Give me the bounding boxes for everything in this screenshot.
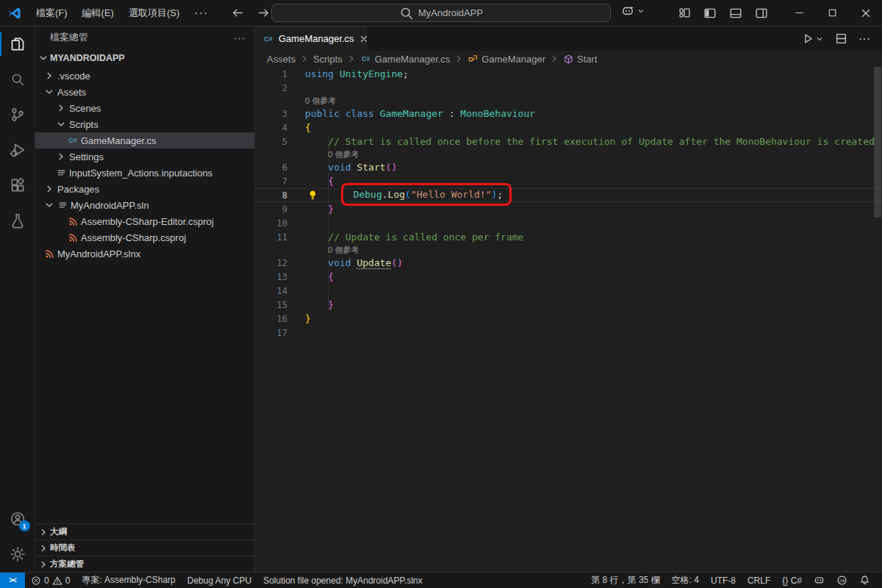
menu-item-1[interactable]: 編輯(E): [75, 0, 121, 26]
code-line-12[interactable]: 12 void Update(): [255, 256, 882, 270]
breadcrumb-item-0[interactable]: Assets: [267, 54, 295, 65]
minimize-button[interactable]: [783, 0, 816, 26]
breadcrumb-item-1[interactable]: Scripts: [313, 54, 343, 65]
status-csharp-status[interactable]: C#: [831, 573, 853, 588]
tree-item-myandroidapp-slnx[interactable]: MyAndroidAPP.slnx: [35, 245, 254, 262]
editor-more-button[interactable]: ···: [858, 32, 870, 46]
tree-item-packages[interactable]: Packages: [35, 181, 254, 197]
line-number[interactable]: 11: [255, 231, 287, 245]
activity-search[interactable]: [0, 62, 35, 97]
line-number[interactable]: 17: [255, 326, 287, 340]
status-cursor-position[interactable]: 第 8 行，第 35 欄: [585, 573, 665, 588]
sidebar-section-0[interactable]: 大綱: [35, 523, 254, 539]
activity-explorer[interactable]: [0, 26, 35, 62]
sidebar-section-2[interactable]: 方案總管: [35, 556, 254, 572]
code-line-14[interactable]: 14: [255, 284, 882, 298]
line-number[interactable]: 8: [255, 189, 287, 203]
status-language-mode[interactable]: {} C#: [776, 573, 808, 588]
tab-close-icon[interactable]: [359, 34, 369, 44]
menu-item-0[interactable]: 檔案(F): [29, 0, 75, 26]
workspace-root-row[interactable]: MYANDROIDAPP: [35, 49, 254, 68]
maximize-button[interactable]: [816, 0, 849, 26]
code-line-5[interactable]: 5 // Start is called once before the fir…: [255, 135, 882, 148]
activity-run-debug[interactable]: [0, 132, 35, 168]
back-arrow-icon[interactable]: [232, 7, 244, 19]
close-window-button[interactable]: [849, 0, 882, 26]
code-line-1[interactable]: 1using UnityEngine;: [255, 67, 882, 81]
status-solution-status[interactable]: Solution file opened: MyAndroidAPP.slnx: [257, 573, 429, 588]
search-command-center[interactable]: MyAndroidAPP: [271, 4, 611, 22]
code-line-16[interactable]: 16}: [255, 312, 882, 326]
line-number[interactable]: 9: [255, 203, 287, 217]
code-line-6[interactable]: 6 void Start(): [255, 160, 882, 174]
code-line-11[interactable]: 11 // Update is called once per frame: [255, 230, 882, 244]
line-number[interactable]: 10: [255, 217, 287, 231]
line-number[interactable]: 6: [255, 161, 287, 175]
activity-settings[interactable]: [0, 537, 35, 572]
status-problems[interactable]: 00: [25, 573, 76, 588]
code-line-4[interactable]: 4{: [255, 121, 882, 135]
status-eol[interactable]: CRLF: [742, 573, 776, 588]
code-line-8[interactable]: 8 Debug.Log("Hello World!");: [255, 188, 882, 202]
status-build-config[interactable]: Debug Any CPU: [182, 573, 257, 588]
activity-source-control[interactable]: [0, 97, 35, 132]
code-line-15[interactable]: 15 }: [255, 298, 882, 312]
codelens-references[interactable]: 0 個參考: [255, 244, 882, 256]
code-line-13[interactable]: 13 {: [255, 270, 882, 284]
codelens-references[interactable]: 0 個參考: [255, 148, 882, 160]
code-editor[interactable]: 1using UnityEngine;20 個參考3public class G…: [255, 67, 882, 572]
line-number[interactable]: 5: [255, 135, 287, 149]
tree-item--vscode[interactable]: .vscode: [35, 68, 254, 84]
run-button[interactable]: [801, 32, 824, 45]
activity-accounts[interactable]: 1: [0, 501, 35, 537]
status-indentation[interactable]: 空格: 4: [666, 573, 705, 588]
sidebar-more-button[interactable]: ···: [234, 32, 245, 43]
status-encoding[interactable]: UTF-8: [705, 573, 742, 588]
breadcrumb-item-3[interactable]: GameManager: [467, 54, 545, 65]
tree-item-settings[interactable]: Settings: [35, 148, 254, 165]
toggle-panel-icon[interactable]: [729, 7, 742, 20]
tab-gamemanager[interactable]: C# GameManager.cs: [255, 26, 367, 51]
sidebar-section-1[interactable]: 時間表: [35, 539, 254, 556]
line-number[interactable]: 1: [255, 68, 287, 82]
line-number[interactable]: 14: [255, 284, 287, 298]
tree-item-inputsystem-actions-inputactions[interactable]: InputSystem_Actions.inputactions: [35, 165, 254, 181]
copilot-button[interactable]: [621, 4, 645, 18]
menu-more-button[interactable]: ···: [187, 7, 215, 20]
line-number[interactable]: 2: [255, 82, 287, 96]
line-number[interactable]: 3: [255, 107, 287, 121]
tree-item-assembly-csharp-editor-csproj[interactable]: Assembly-CSharp-Editor.csproj: [35, 213, 254, 229]
status-copilot-status[interactable]: [808, 573, 831, 588]
code-line-17[interactable]: 17: [255, 326, 882, 340]
code-line-2[interactable]: 2: [255, 81, 882, 95]
menu-item-2[interactable]: 選取項目(S): [121, 0, 187, 26]
line-number[interactable]: 13: [255, 270, 287, 284]
tree-item-scripts[interactable]: Scripts: [35, 116, 254, 132]
forward-arrow-icon[interactable]: [257, 7, 270, 19]
line-number[interactable]: 12: [255, 257, 287, 270]
activity-testing[interactable]: [0, 203, 35, 238]
breadcrumb-item-4[interactable]: Start: [563, 54, 597, 65]
status-notifications[interactable]: [853, 573, 876, 588]
toggle-sidebar-icon[interactable]: [703, 7, 717, 20]
line-number[interactable]: 15: [255, 298, 287, 312]
line-number[interactable]: 16: [255, 312, 287, 326]
customize-layout-icon[interactable]: [678, 7, 691, 20]
tree-item-assembly-csharp-csproj[interactable]: Assembly-CSharp.csproj: [35, 229, 254, 245]
line-number[interactable]: 7: [255, 175, 287, 189]
code-line-3[interactable]: 3public class GameManager : MonoBehaviou…: [255, 107, 882, 121]
toggle-secondary-sidebar-icon[interactable]: [755, 7, 768, 20]
remote-indicator[interactable]: ><: [0, 573, 25, 588]
tree-item-gamemanager-cs[interactable]: C#GameManager.cs: [35, 132, 254, 148]
activity-extensions[interactable]: [0, 168, 35, 203]
vertical-scrollbar[interactable]: [874, 67, 881, 218]
status-project[interactable]: 專案: Assembly-CSharp: [76, 573, 181, 588]
codelens-references[interactable]: 0 個參考: [255, 95, 882, 107]
tree-item-assets[interactable]: Assets: [35, 84, 254, 100]
tree-item-myandroidapp-sln[interactable]: MyAndroidAPP.sln: [35, 197, 254, 213]
line-number[interactable]: 4: [255, 121, 287, 135]
breadcrumb-item-2[interactable]: C#GameManager.cs: [360, 54, 451, 65]
code-line-10[interactable]: 10: [255, 216, 882, 230]
split-editor-button[interactable]: [835, 32, 847, 45]
tree-item-scenes[interactable]: Scenes: [35, 100, 254, 116]
